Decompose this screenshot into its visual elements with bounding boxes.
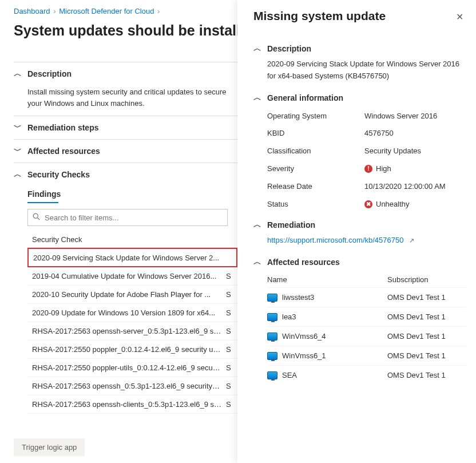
vm-icon [267,333,277,341]
breadcrumb-defender[interactable]: Microsoft Defender for Cloud [59,7,154,15]
row-sev: S [226,400,233,409]
vm-icon [267,371,277,379]
row-name: 2020-09 Servicing Stack Update for Windo… [33,254,225,262]
section-security-header[interactable]: ︿ Security Checks [14,163,237,186]
gi-os-key: Operating System [267,110,364,122]
search-input-wrapper[interactable] [27,209,228,226]
gi-class-value: Security Updates [364,145,466,157]
panel-description-body: 2020-09 Servicing Stack Update for Windo… [267,58,466,82]
table-row[interactable]: RHSA-2017:2563 openssh-clients_0:5.3p1-1… [27,395,237,414]
table-row[interactable]: RHSA-2017:2563 openssh_0:5.3p1-123.el6_9… [27,377,237,395]
ar-sub: OMS Dev1 Test 1 [387,351,466,360]
row-sev: S [226,382,233,390]
gi-sev-key: Severity [267,163,364,175]
vm-icon [267,352,277,360]
ar-name: SEA [282,371,297,379]
ar-col-name: Name [267,275,387,284]
chevron-down-icon: ﹀ [14,146,22,156]
table-row[interactable]: 2020-10 Security Update for Adobe Flash … [27,286,237,304]
breadcrumb-dashboard[interactable]: Dashboard [14,7,50,15]
panel-affected-resources-header[interactable]: ︿ Affected resources [253,257,466,267]
section-description-header[interactable]: ︿ Description [14,62,237,85]
table-row[interactable]: 2020-09 Servicing Stack Update for Windo… [27,248,237,267]
gi-stat-key: Status [267,199,364,211]
external-link-icon: ↗ [409,237,414,244]
ar-row[interactable]: WinVmss6_4OMS Dev1 Test 1 [267,326,466,346]
panel-general-info-header[interactable]: ︿ General information [253,93,466,103]
ar-row[interactable]: SEAOMS Dev1 Test 1 [267,365,466,385]
section-affected-header[interactable]: ﹀ Affected resources [14,140,237,163]
vm-icon [267,294,277,302]
details-panel: Missing system update ✕ ︿ Description 20… [237,0,476,463]
row-name: RHSA-2017:2550 poppler_0:0.12.4-12.el6_9… [32,345,226,354]
row-name: 2019-04 Cumulative Update for Windows Se… [32,272,226,280]
gi-kbid-key: KBID [267,128,364,140]
ar-row[interactable]: WinVmss6_1OMS Dev1 Test 1 [267,346,466,365]
section-label: Description [27,69,72,78]
panel-remediation-header[interactable]: ︿ Remediation [253,220,466,230]
description-body: Install missing system security and crit… [27,86,237,109]
close-icon[interactable]: ✕ [454,9,466,25]
gi-class-key: Classification [267,145,364,157]
chevron-up-icon: ︿ [14,169,22,180]
section-label: Affected resources [267,258,340,267]
table-row[interactable]: RHSA-2017:2550 poppler_0:0.12.4-12.el6_9… [27,341,237,359]
section-remediation-header[interactable]: ﹀ Remediation steps [14,116,237,139]
vm-icon [267,313,277,321]
search-icon [33,213,40,222]
table-row[interactable]: 2020-09 Update for Windows 10 Version 18… [27,304,237,322]
page-title: System updates should be installed on yo… [14,22,237,39]
ar-name: liwsstest3 [282,293,314,302]
gi-sev-value: High [376,163,391,175]
table-row[interactable]: RHSA-2017:2550 poppler-utils_0:0.12.4-12… [27,359,237,377]
chevron-up-icon: ︿ [253,220,261,230]
status-unhealthy-icon: ✖ [364,200,372,208]
table-header: Security Check [27,232,237,248]
table-row[interactable]: 2019-04 Cumulative Update for Windows Se… [27,267,237,286]
section-label: Remediation steps [27,123,98,132]
table-row[interactable]: RHSA-2017:2563 openssh-server_0:5.3p1-12… [27,322,237,341]
section-label: Security Checks [27,170,90,179]
search-input[interactable] [43,213,223,223]
panel-description-header[interactable]: ︿ Description [253,43,466,54]
severity-high-icon: ! [364,165,372,173]
col-security-check: Security Check [32,235,233,244]
ar-sub: OMS Dev1 Test 1 [387,332,466,341]
gi-stat-value: Unhealthy [376,199,410,211]
ar-col-sub: Subscription [387,275,466,284]
section-label: Description [267,44,311,53]
row-name: RHSA-2017:2563 openssh-clients_0:5.3p1-1… [32,400,226,409]
panel-title: Missing system update [253,9,386,23]
section-label: Remediation [267,220,315,229]
trigger-logic-app-button[interactable]: Trigger logic app [14,438,85,456]
ar-row[interactable]: lea3OMS Dev1 Test 1 [267,307,466,326]
row-name: RHSA-2017:2563 openssh-server_0:5.3p1-12… [32,327,226,335]
gi-rel-value: 10/13/2020 12:00:00 AM [364,181,466,193]
chevron-up-icon: ︿ [253,93,261,103]
breadcrumb: Dashboard › Microsoft Defender for Cloud… [14,7,237,15]
row-sev: S [226,363,233,372]
chevron-up-icon: ︿ [14,69,22,79]
row-sev: S [226,345,233,354]
chevron-up-icon: ︿ [253,257,261,267]
ar-row[interactable]: liwsstest3OMS Dev1 Test 1 [267,287,466,307]
remediation-link[interactable]: https://support.microsoft.com/kb/4576750 [267,236,403,244]
chevron-up-icon: ︿ [253,43,261,54]
section-label: Affected resources [27,147,100,156]
chevron-down-icon: ﹀ [14,122,22,133]
svg-point-0 [33,213,38,218]
row-sev: S [226,327,233,335]
gi-rel-key: Release Date [267,181,364,193]
ar-sub: OMS Dev1 Test 1 [387,293,466,302]
ar-sub: OMS Dev1 Test 1 [387,312,466,321]
chevron-right-icon: › [156,7,161,15]
row-sev: S [226,290,233,299]
row-name: 2020-09 Update for Windows 10 Version 18… [32,308,226,317]
ar-name: lea3 [282,312,296,321]
ar-name: WinVmss6_4 [282,332,326,341]
gi-kbid-value: 4576750 [364,128,466,140]
row-name: 2020-10 Security Update for Adobe Flash … [32,290,226,299]
tab-underline [27,202,58,203]
tab-findings[interactable]: Findings [27,189,61,202]
svg-line-1 [38,218,40,220]
